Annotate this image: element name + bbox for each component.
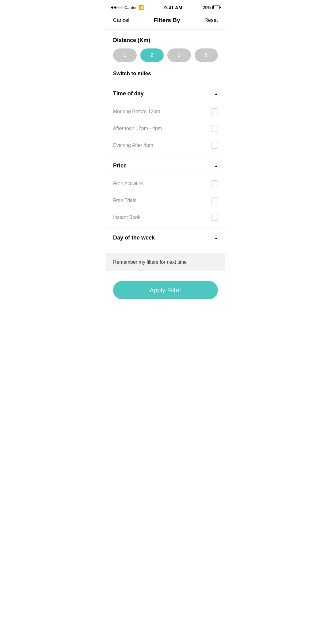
price-free-activities-label: Free Activities [113, 181, 144, 186]
price-free-activities-checkbox[interactable] [211, 180, 218, 187]
time-of-day-chevron-icon: ▲ [214, 92, 218, 96]
distance-pill-2[interactable]: 2 [140, 48, 164, 62]
distance-pills: 1 2 5 8 [113, 48, 218, 62]
remember-section: Remember my filters for next time [106, 253, 225, 271]
day-of-week-section: Day of the week ▲ [106, 228, 225, 247]
apply-button-container: Apply Filter [106, 271, 225, 312]
time-afternoon-checkbox[interactable] [211, 125, 218, 132]
time-afternoon-label: Afternoon 12pm - 4pm [113, 126, 162, 131]
cancel-button[interactable]: Cancel [113, 16, 129, 25]
reset-button[interactable]: Reset [204, 16, 218, 25]
page-title: Filters By [154, 17, 180, 24]
apply-filter-button[interactable]: Apply Filter [113, 281, 218, 299]
price-instant-book-item: Instant Book [106, 209, 225, 226]
status-bar: Carrier 📶 9:41 AM 20% [106, 0, 225, 13]
day-of-week-chevron-icon: ▲ [214, 236, 218, 240]
time-evening-checkbox[interactable] [211, 142, 218, 149]
time-morning-label: Morning Before 12pm [113, 109, 160, 114]
distance-section: Distance (Km) 1 2 5 8 [106, 30, 225, 62]
time-evening-label: Evening After 4pm [113, 143, 153, 148]
switch-miles-button[interactable]: Switch to miles [106, 71, 225, 84]
time-of-day-header[interactable]: Time of day ▲ [106, 84, 225, 103]
time-afternoon-item: Afternoon 12pm - 4pm [106, 120, 225, 137]
nav-bar: Cancel Filters By Reset [106, 13, 225, 30]
battery-percentage: 20% [203, 5, 211, 10]
wifi-icon: 📶 [139, 5, 144, 10]
status-time: 9:41 AM [164, 5, 182, 10]
price-chevron-icon: ▲ [214, 164, 218, 168]
distance-pill-8[interactable]: 8 [195, 48, 218, 62]
time-of-day-title: Time of day [113, 90, 144, 97]
price-free-activities-item: Free Activities [106, 175, 225, 192]
status-left: Carrier 📶 [111, 5, 144, 10]
time-of-day-section: Time of day ▲ Morning Before 12pm Aftern… [106, 84, 225, 154]
time-morning-checkbox[interactable] [211, 108, 218, 115]
price-free-trials-item: Free Trials [106, 192, 225, 209]
content: Distance (Km) 1 2 5 8 Switch to miles Ti… [106, 30, 225, 312]
price-instant-book-checkbox[interactable] [211, 214, 218, 221]
signal-icon [111, 6, 123, 9]
carrier-label: Carrier [124, 5, 137, 10]
price-title: Price [113, 163, 127, 169]
price-free-trials-checkbox[interactable] [211, 197, 218, 204]
price-instant-book-label: Instant Book [113, 215, 140, 220]
battery-icon [212, 6, 220, 9]
price-header[interactable]: Price ▲ [106, 156, 225, 175]
status-right: 20% [203, 5, 220, 10]
remember-label: Remember my filters for next time [113, 259, 187, 265]
day-of-week-header[interactable]: Day of the week ▲ [106, 228, 225, 247]
price-section: Price ▲ Free Activities Free Trials Inst… [106, 156, 225, 226]
time-morning-item: Morning Before 12pm [106, 103, 225, 120]
time-evening-item: Evening After 4pm [106, 137, 225, 154]
distance-pill-1[interactable]: 1 [113, 48, 137, 62]
distance-pill-5[interactable]: 5 [167, 48, 191, 62]
day-of-week-title: Day of the week [113, 235, 155, 241]
distance-title: Distance (Km) [113, 37, 218, 44]
price-free-trials-label: Free Trials [113, 198, 136, 203]
